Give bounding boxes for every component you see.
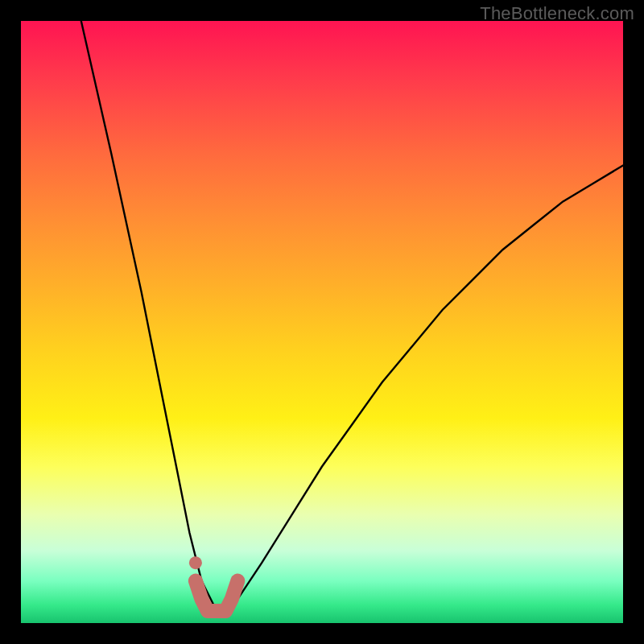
highlight-dot <box>189 556 202 569</box>
watermark-text: TheBottleneck.com <box>480 3 634 24</box>
curve-path <box>81 21 623 611</box>
bottleneck-curve <box>21 21 623 623</box>
highlight-band <box>196 581 237 611</box>
chart-plot-area <box>21 21 623 623</box>
